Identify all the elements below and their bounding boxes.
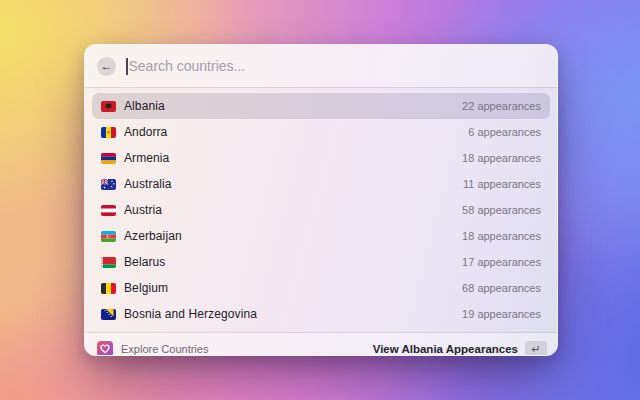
- country-name: Andorra: [124, 125, 167, 139]
- list-item-belarus[interactable]: Belarus 17 appearances: [92, 249, 550, 275]
- flag-austria-icon: [101, 205, 116, 216]
- country-name: Australia: [124, 177, 172, 191]
- list-item-azerbaijan[interactable]: Azerbaijan 18 appearances: [92, 223, 550, 249]
- country-name: Belarus: [124, 255, 165, 269]
- primary-action-label: View Albania Appearances: [373, 343, 518, 355]
- list-item-albania[interactable]: Albania 22 appearances: [92, 93, 550, 119]
- appearance-count: 19 appearances: [462, 308, 541, 320]
- country-name: Bosnia and Herzegovina: [124, 307, 257, 321]
- return-key-icon: ↵: [525, 341, 547, 357]
- country-name: Belgium: [124, 281, 168, 295]
- back-button[interactable]: ←: [97, 57, 116, 76]
- country-name: Albania: [124, 99, 165, 113]
- list-item-australia[interactable]: Australia 11 appearances: [92, 171, 550, 197]
- footer-app-info: Explore Countries: [97, 341, 208, 356]
- appearance-count: 11 appearances: [463, 178, 541, 190]
- flag-australia-icon: [101, 179, 116, 190]
- search-input-wrapper: [126, 45, 545, 87]
- flag-albania-icon: [101, 101, 116, 112]
- text-cursor: [126, 58, 128, 75]
- appearance-count: 17 appearances: [462, 256, 541, 268]
- list-item-belgium[interactable]: Belgium 68 appearances: [92, 275, 550, 301]
- flag-belgium-icon: [101, 283, 116, 294]
- flag-bosnia-and-herzegovina-icon: [101, 309, 116, 320]
- flag-andorra-icon: [101, 127, 116, 138]
- appearance-count: 22 appearances: [462, 100, 541, 112]
- search-bar: ←: [85, 45, 557, 87]
- country-list: Albania 22 appearances Andorra 6 appeara…: [85, 88, 557, 332]
- search-input[interactable]: [129, 58, 546, 74]
- explore-countries-app-icon: [97, 341, 113, 356]
- country-name: Armenia: [124, 151, 169, 165]
- flag-belarus-icon: [101, 257, 116, 268]
- list-item-armenia[interactable]: Armenia 18 appearances: [92, 145, 550, 171]
- appearance-count: 68 appearances: [462, 282, 541, 294]
- list-item-andorra[interactable]: Andorra 6 appearances: [92, 119, 550, 145]
- appearance-count: 6 appearances: [468, 126, 541, 138]
- extension-name-label: Explore Countries: [121, 343, 208, 355]
- appearance-count: 18 appearances: [462, 152, 541, 164]
- appearance-count: 58 appearances: [462, 204, 541, 216]
- primary-action[interactable]: View Albania Appearances ↵: [373, 341, 547, 357]
- country-name: Austria: [124, 203, 162, 217]
- command-palette-window: ← Albania 22 appearances Andorra: [84, 44, 558, 356]
- back-arrow-icon: ←: [101, 57, 113, 76]
- country-name: Azerbaijan: [124, 229, 182, 243]
- flag-armenia-icon: [101, 153, 116, 164]
- list-item-bosnia-and-herzegovina[interactable]: Bosnia and Herzegovina 19 appearances: [92, 301, 550, 327]
- flag-azerbaijan-icon: [101, 231, 116, 242]
- footer-bar: Explore Countries View Albania Appearanc…: [85, 333, 557, 356]
- list-item-austria[interactable]: Austria 58 appearances: [92, 197, 550, 223]
- appearance-count: 18 appearances: [462, 230, 541, 242]
- desktop-background: ← Albania 22 appearances Andorra: [0, 0, 640, 400]
